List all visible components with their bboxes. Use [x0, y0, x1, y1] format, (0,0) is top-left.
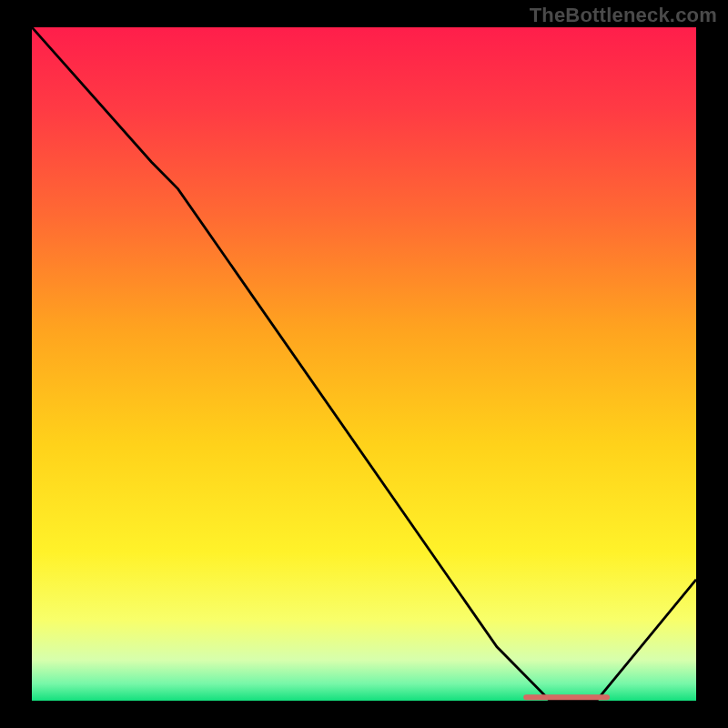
optimal-zone-marker: [523, 694, 610, 700]
plot-area: [32, 27, 696, 701]
chart-container: TheBottleneck.com: [0, 0, 728, 728]
curve-layer: [32, 27, 696, 701]
watermark-text: TheBottleneck.com: [530, 4, 717, 27]
bottleneck-curve: [32, 27, 696, 701]
